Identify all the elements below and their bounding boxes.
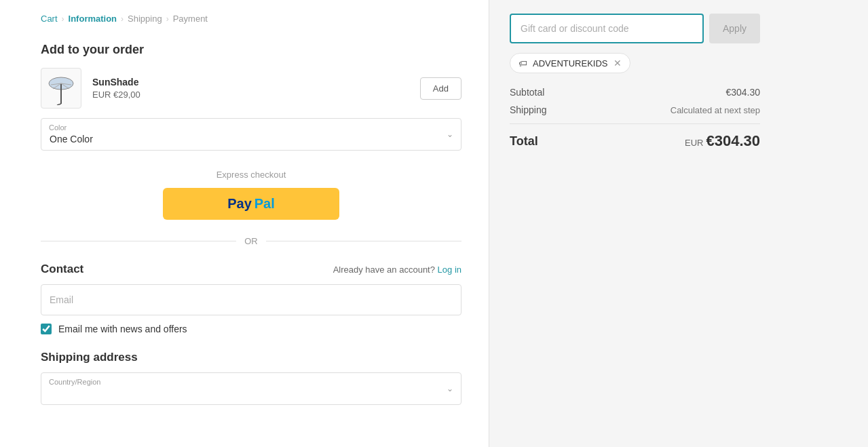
subtotal-label: Subtotal [510, 87, 544, 98]
remove-discount-button[interactable]: ✕ [614, 58, 622, 69]
paypal-logo-text: Pay [227, 196, 252, 212]
total-row: Total EUR €304.30 [510, 132, 760, 150]
discount-code: ADVENTUREKIDS [533, 58, 608, 69]
country-select-wrapper: Country/Region ⌄ [41, 372, 461, 405]
color-select-wrapper: Color One Color ⌄ [41, 118, 461, 151]
shipping-row: Shipping Calculated at next step [510, 104, 760, 115]
svg-line-2 [57, 104, 61, 105]
contact-title: Contact [41, 263, 83, 276]
add-to-order-title: Add to your order [41, 43, 461, 57]
summary-divider [510, 123, 760, 124]
breadcrumb-sep-3: › [166, 14, 169, 24]
or-divider: OR [41, 236, 461, 246]
product-name: SunShade [92, 77, 409, 88]
or-label: OR [244, 236, 258, 246]
tag-icon: 🏷 [518, 58, 527, 69]
breadcrumb-sep-1: › [62, 14, 64, 24]
product-image [41, 68, 81, 109]
contact-login-text: Already have an account? Log in [333, 265, 461, 275]
breadcrumb-payment: Payment [173, 14, 208, 24]
gift-card-section: Apply [510, 14, 760, 43]
shipping-address-title: Shipping address [41, 351, 461, 364]
gift-card-input[interactable] [510, 14, 704, 43]
apply-button[interactable]: Apply [709, 14, 760, 43]
paypal-button[interactable]: Pay Pal [163, 188, 339, 220]
color-label: Color [49, 123, 67, 132]
country-label: Country/Region [49, 378, 100, 386]
paypal-logo-pal: Pal [254, 196, 275, 212]
email-newsletter-checkbox[interactable] [41, 324, 52, 334]
right-panel: Apply 🏷 ADVENTUREKIDS ✕ Subtotal €304.30… [489, 0, 780, 447]
breadcrumb-sep-2: › [121, 14, 124, 24]
breadcrumb-information[interactable]: Information [69, 14, 117, 24]
product-info: SunShade EUR €29,00 [92, 77, 409, 100]
breadcrumb-shipping: Shipping [128, 14, 162, 24]
total-amount-group: EUR €304.30 [685, 132, 760, 150]
contact-header: Contact Already have an account? Log in [41, 263, 461, 276]
add-product-button[interactable]: Add [420, 77, 461, 100]
log-in-link[interactable]: Log in [438, 265, 461, 275]
already-account-text: Already have an account? [333, 265, 435, 275]
total-amount: €304.30 [706, 132, 760, 150]
subtotal-row: Subtotal €304.30 [510, 87, 760, 98]
breadcrumb: Cart › Information › Shipping › Payment [41, 14, 461, 24]
email-newsletter-label: Email me with news and offers [58, 324, 187, 334]
shipping-label: Shipping [510, 104, 547, 115]
country-select[interactable] [41, 372, 461, 405]
color-select[interactable]: One Color [41, 118, 461, 151]
email-field[interactable] [41, 284, 461, 315]
subtotal-value: €304.30 [725, 87, 760, 98]
product-price: EUR €29,00 [92, 90, 409, 100]
total-currency: EUR [685, 138, 703, 148]
express-checkout-section: Express checkout Pay Pal [41, 170, 461, 220]
product-row: SunShade EUR €29,00 Add [41, 68, 461, 109]
shipping-value: Calculated at next step [671, 105, 760, 115]
total-label: Total [510, 134, 538, 149]
breadcrumb-cart[interactable]: Cart [41, 14, 58, 24]
left-panel: Cart › Information › Shipping › Payment … [0, 0, 489, 447]
express-checkout-label: Express checkout [41, 170, 461, 180]
email-newsletter-row: Email me with news and offers [41, 324, 461, 334]
discount-tag: 🏷 ADVENTUREKIDS ✕ [510, 53, 630, 73]
